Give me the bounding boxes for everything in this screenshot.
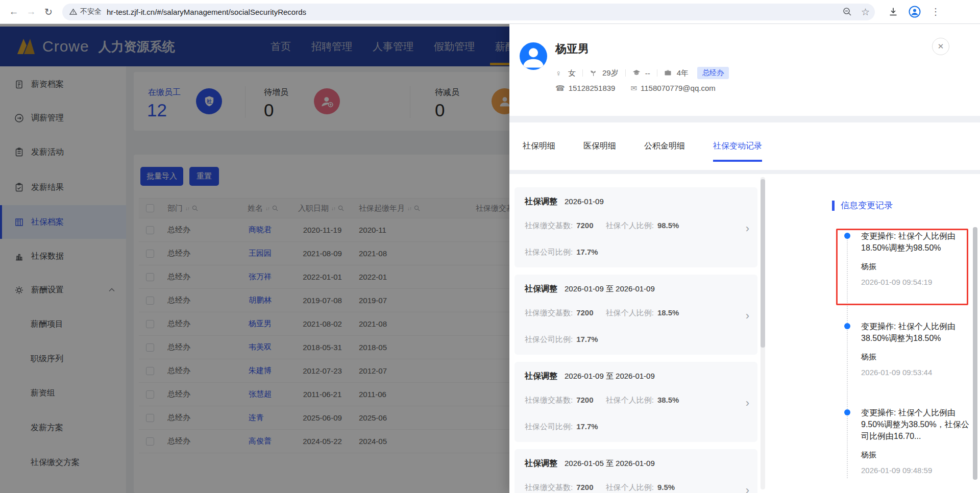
employee-gender: 女 xyxy=(568,68,576,78)
chevron-right-icon[interactable]: › xyxy=(746,309,749,323)
operator-name: 杨振 xyxy=(861,352,969,362)
employee-meta: ♀ 女 29岁 -- 4年 总经办 xyxy=(555,67,729,79)
employee-email: 1158070779@qq.com xyxy=(641,84,716,92)
ss-record-card[interactable]: 社保调整2026-01-09 至 2026-01-09 社保缴交基数:7200 … xyxy=(514,275,757,355)
base-label: 社保缴交基数: xyxy=(525,396,573,404)
personal-value: 18.5% xyxy=(657,308,679,317)
base-label: 社保缴交基数: xyxy=(525,483,573,491)
change-time: 2026-01-09 09:53:44 xyxy=(861,368,969,377)
address-bar[interactable]: 不安全 hr-test.zjf-it.cn/#/salaryManagement… xyxy=(62,4,875,20)
personal-label: 社保个人比例: xyxy=(606,396,654,404)
base-label: 社保缴交基数: xyxy=(525,221,573,230)
divider xyxy=(582,69,583,77)
browser-reload-button[interactable]: ↻ xyxy=(40,3,57,20)
operator-name: 杨振 xyxy=(861,262,969,272)
personal-value: 9.5% xyxy=(657,483,675,491)
record-title: 社保调整 xyxy=(525,371,557,382)
drawer-scrollbar[interactable] xyxy=(973,227,977,480)
security-label: 不安全 xyxy=(80,7,102,16)
company-value: 17.7% xyxy=(576,248,598,256)
timeline-dot-icon xyxy=(844,323,850,329)
change-action: 变更操作: 社保个人比例由9.50%调整为38.50%，社保公司比例由16.70… xyxy=(861,407,969,442)
company-label: 社保公司比例: xyxy=(525,422,573,431)
company-label: 社保公司比例: xyxy=(525,335,573,343)
timeline-header: 信息变更记录 xyxy=(832,200,893,211)
company-value: 17.7% xyxy=(576,422,598,431)
warning-icon xyxy=(69,8,77,15)
company-value: 17.7% xyxy=(576,335,598,343)
section-divider xyxy=(509,116,980,122)
download-icon[interactable] xyxy=(888,7,898,17)
close-icon[interactable]: ✕ xyxy=(932,38,949,55)
drawer-tabs: 社保明细 医保明细 公积金明细 社保变动记录 xyxy=(523,122,762,170)
change-time: 2026-01-09 09:48:59 xyxy=(861,466,969,475)
employee-drawer: 杨亚男 ✕ ♀ 女 29岁 -- 4年 总经办 ☎15128251839 ✉11… xyxy=(509,24,980,493)
zoom-out-icon[interactable] xyxy=(843,7,852,16)
accent-bar xyxy=(832,201,835,211)
browser-back-button[interactable]: ← xyxy=(5,3,22,20)
sprout-age-icon xyxy=(590,69,598,77)
url-text: hr-test.zjf-it.cn/#/salaryManagement/soc… xyxy=(107,8,837,16)
employee-avatar xyxy=(520,42,547,70)
record-period: 2026-01-09 至 2026-01-09 xyxy=(565,284,655,294)
ss-record-card[interactable]: 社保调整2026-01-09 至 2026-01-09 社保缴交基数:7200 … xyxy=(514,362,757,442)
employee-education: -- xyxy=(645,69,650,78)
company-label: 社保公司比例: xyxy=(525,248,573,256)
ss-record-card[interactable]: 社保调整2026-01-09 社保缴交基数:7200 社保个人比例:98.5% … xyxy=(514,187,757,267)
personal-value: 38.5% xyxy=(657,396,679,404)
employee-phone: 15128251839 xyxy=(569,84,616,92)
personal-label: 社保个人比例: xyxy=(606,483,654,491)
divider xyxy=(657,69,657,77)
record-title: 社保调整 xyxy=(525,458,557,469)
screen: ← → ↻ 不安全 hr-test.zjf-it.cn/#/salaryMana… xyxy=(0,0,980,493)
ss-record-card[interactable]: 社保调整2026-01-05 至 2026-01-09 社保缴交基数:7200 … xyxy=(514,449,757,493)
divider xyxy=(625,69,626,77)
gender-female-icon: ♀ xyxy=(555,69,564,77)
department-badge: 总经办 xyxy=(697,67,729,79)
personal-label: 社保个人比例: xyxy=(606,221,654,230)
base-value: 7200 xyxy=(576,308,593,317)
base-label: 社保缴交基数: xyxy=(525,308,573,317)
timeline-entry: 变更操作: 社保个人比例由38.50%调整为18.50% 杨振 2026-01-… xyxy=(844,321,970,377)
phone-icon: ☎ xyxy=(555,84,565,92)
scrollbar-thumb[interactable] xyxy=(761,179,765,348)
graduation-cap-icon xyxy=(632,69,641,77)
tab-medical-detail[interactable]: 医保明细 xyxy=(583,122,616,170)
chevron-right-icon[interactable]: › xyxy=(746,222,749,235)
briefcase-icon xyxy=(664,69,672,77)
personal-value: 98.5% xyxy=(657,221,679,230)
browser-forward-button[interactable]: → xyxy=(22,3,40,20)
employee-name: 杨亚男 xyxy=(555,41,589,57)
employee-years: 4年 xyxy=(677,68,689,78)
timeline-dot-icon xyxy=(844,233,850,239)
record-period: 2026-01-09 xyxy=(565,197,604,206)
bookmark-star-icon[interactable]: ☆ xyxy=(861,6,870,18)
operator-name: 杨振 xyxy=(861,450,969,460)
base-value: 7200 xyxy=(576,221,593,230)
browser-toolbar: ← → ↻ 不安全 hr-test.zjf-it.cn/#/salaryMana… xyxy=(0,0,980,24)
profile-icon[interactable] xyxy=(909,6,921,18)
employee-age: 29岁 xyxy=(602,68,619,78)
record-period: 2026-01-09 至 2026-01-09 xyxy=(565,372,655,381)
change-time: 2026-01-09 09:54:19 xyxy=(861,278,969,286)
record-period: 2026-01-05 至 2026-01-09 xyxy=(565,459,655,469)
personal-label: 社保个人比例: xyxy=(606,308,654,317)
cards-scrollbar[interactable] xyxy=(761,177,765,489)
timeline-entry: 变更操作: 社保个人比例由18.50%调整为98.50% 杨振 2026-01-… xyxy=(844,230,970,286)
record-title: 社保调整 xyxy=(525,284,557,294)
section-divider xyxy=(509,170,980,174)
chevron-right-icon[interactable]: › xyxy=(746,484,749,493)
tab-ss-change-records[interactable]: 社保变动记录 xyxy=(713,122,762,170)
tab-housing-fund-detail[interactable]: 公积金明细 xyxy=(644,122,685,170)
timeline-title: 信息变更记录 xyxy=(841,200,893,211)
record-title: 社保调整 xyxy=(525,196,557,207)
base-value: 7200 xyxy=(576,396,593,404)
change-action: 变更操作: 社保个人比例由18.50%调整为98.50% xyxy=(861,230,969,254)
chevron-right-icon[interactable]: › xyxy=(746,397,749,410)
security-chip[interactable]: 不安全 xyxy=(69,7,107,16)
change-action: 变更操作: 社保个人比例由38.50%调整为18.50% xyxy=(861,321,969,344)
base-value: 7200 xyxy=(576,483,593,491)
mail-icon: ✉ xyxy=(630,84,637,92)
tab-ss-detail[interactable]: 社保明细 xyxy=(523,122,555,170)
browser-menu-icon[interactable]: ⋮ xyxy=(931,6,940,17)
